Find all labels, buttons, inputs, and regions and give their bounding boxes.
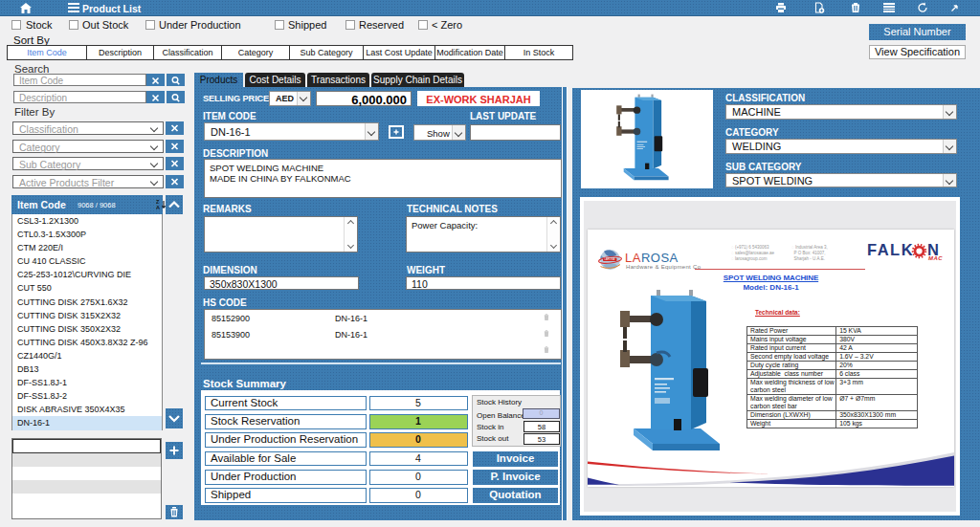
svg-text:LAROSA: LAROSA <box>605 257 615 261</box>
svg-text:A: A <box>156 205 160 210</box>
